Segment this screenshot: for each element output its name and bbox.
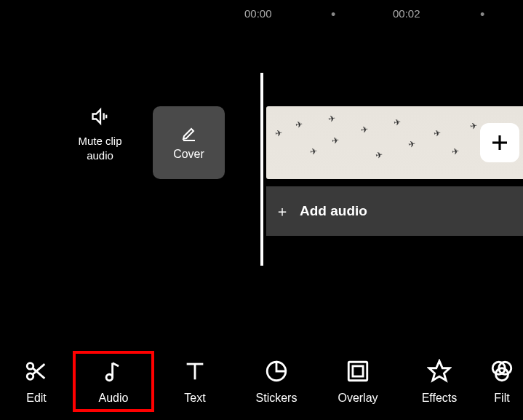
- overlay-icon: [345, 358, 371, 384]
- tool-audio[interactable]: Audio: [73, 351, 154, 412]
- music-note-icon: [100, 358, 127, 384]
- text-icon: [182, 358, 208, 384]
- svg-rect-14: [348, 362, 367, 381]
- time-dot: •: [331, 7, 335, 23]
- filters-icon: [489, 358, 515, 384]
- svg-marker-16: [429, 361, 450, 381]
- pencil-icon: [180, 124, 198, 142]
- tool-effects[interactable]: Effects: [399, 351, 480, 412]
- time-dot: •: [480, 7, 484, 23]
- edit-area: Mute clip audio Cover ✈ ✈ ✈ ✈ ✈ ✈ ✈ ✈ ✈ …: [0, 73, 523, 269]
- svg-rect-15: [353, 366, 363, 376]
- tool-label: Text: [184, 392, 205, 405]
- tool-label: Stickers: [256, 392, 298, 405]
- cover-label: Cover: [173, 148, 204, 161]
- time-label-0: 00:00: [244, 7, 272, 20]
- video-track[interactable]: ✈ ✈ ✈ ✈ ✈ ✈ ✈ ✈ ✈ ✈ ✈ ✈: [266, 106, 523, 179]
- tool-edit[interactable]: Edit: [0, 351, 73, 412]
- star-icon: [426, 358, 452, 384]
- plus-icon: [489, 132, 511, 154]
- scissors-icon: [23, 358, 49, 384]
- svg-point-5: [27, 363, 33, 370]
- mute-icon: [90, 106, 111, 127]
- tool-label: Edit: [26, 392, 47, 405]
- tool-overlay[interactable]: Overlay: [317, 351, 399, 412]
- add-audio-track[interactable]: ＋ Add audio: [266, 186, 523, 236]
- tool-label: Filt: [494, 392, 509, 405]
- tool-label: Effects: [422, 392, 458, 405]
- tool-stickers[interactable]: Stickers: [236, 351, 317, 412]
- mute-clip-audio-button[interactable]: Mute clip audio: [69, 106, 131, 162]
- tool-filters[interactable]: Filt: [480, 351, 523, 412]
- cover-button[interactable]: Cover: [153, 106, 225, 179]
- svg-point-6: [27, 373, 33, 380]
- tool-text[interactable]: Text: [154, 351, 236, 412]
- tool-label: Overlay: [338, 392, 378, 405]
- time-label-1: 00:02: [393, 7, 420, 20]
- tool-label: Audio: [99, 392, 129, 405]
- add-clip-button[interactable]: [480, 123, 519, 162]
- timeline-ruler[interactable]: 00:00 • 00:02 •: [0, 7, 523, 22]
- bottom-toolbar: Edit Audio Text Stickers: [0, 334, 523, 420]
- left-controls: Mute clip audio Cover: [69, 106, 225, 179]
- sticker-icon: [263, 358, 290, 384]
- mute-label: Mute clip audio: [78, 134, 121, 162]
- plus-icon: ＋: [275, 202, 290, 221]
- add-audio-label: Add audio: [300, 203, 367, 219]
- playhead[interactable]: [260, 73, 263, 266]
